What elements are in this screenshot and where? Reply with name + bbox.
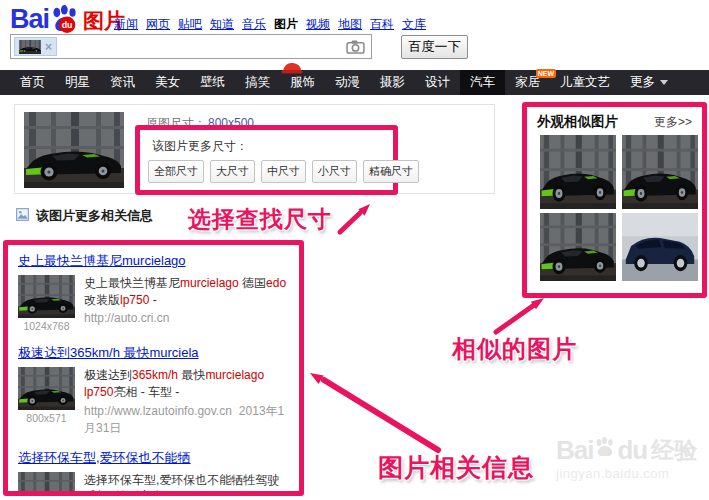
result-body: 800x571极速达到365km/h 最快murcielago lp750亮相 … bbox=[18, 367, 289, 437]
result-title-link[interactable]: 选择环保车型,爱环保也不能牺 bbox=[18, 449, 191, 467]
search-result-item: 选择环保车型,爱环保也不能牺553x399选择环保车型,爱环保也不能牺牲驾驶乐趣… bbox=[18, 447, 289, 496]
top-nav-link[interactable]: 文库 bbox=[402, 16, 426, 33]
highlighted-keyword: murcielago bbox=[180, 276, 239, 290]
related-results-highlight-box: 史上最快兰博基尼murcielago1024x768史上最快兰博基尼murcie… bbox=[3, 240, 304, 496]
top-nav-link[interactable]: 贴吧 bbox=[178, 16, 202, 33]
similar-image[interactable] bbox=[622, 135, 698, 209]
result-text-column: 史上最快兰博基尼murcielago 德国edo改装版lp750 - http:… bbox=[84, 275, 289, 332]
top-nav-link[interactable]: 音乐 bbox=[242, 16, 266, 33]
arrow-to-similar-panel bbox=[486, 290, 552, 338]
category-item[interactable]: 搞笑 bbox=[235, 70, 280, 95]
result-thumbnail-image[interactable] bbox=[18, 275, 75, 318]
chevron-down-icon bbox=[660, 80, 668, 85]
category-item-label: 美女 bbox=[155, 70, 180, 95]
category-item[interactable]: 动漫 bbox=[325, 70, 370, 95]
baidu-image-search-page: Bai du 图片 新闻网页贴吧知道音乐图片视频地图百科文库 × bbox=[0, 0, 709, 500]
category-item[interactable]: 更多 bbox=[620, 70, 678, 95]
top-nav-link[interactable]: 知道 bbox=[210, 16, 234, 33]
top-nav-link[interactable]: 百科 bbox=[370, 16, 394, 33]
result-title-link[interactable]: 极速达到365km/h 最快murciela bbox=[18, 344, 199, 362]
watermark-paw-icon bbox=[594, 437, 616, 463]
more-similar-link[interactable]: 更多>> bbox=[654, 114, 692, 131]
category-item[interactable]: 儿童文艺 bbox=[550, 70, 620, 95]
size-filter-button[interactable]: 大尺寸 bbox=[210, 160, 255, 183]
similar-image[interactable] bbox=[622, 213, 698, 281]
highlighted-keyword: murcielago bbox=[205, 368, 264, 382]
description-text: 亮相 - 车型 - bbox=[113, 385, 179, 399]
source-url: http://auto.cri.cn bbox=[84, 311, 169, 325]
result-body: 553x399选择环保车型,爱环保也不能牺牲驾驶乐趣- 搜狐车会http://s… bbox=[18, 472, 289, 496]
category-item-label: 资讯 bbox=[110, 70, 135, 95]
top-nav-link[interactable]: 网页 bbox=[146, 16, 170, 33]
result-thumbnail-image[interactable] bbox=[18, 472, 75, 496]
more-sizes-label: 该图片更多尺寸： bbox=[152, 138, 248, 155]
category-item[interactable]: 明星 bbox=[55, 70, 100, 95]
baidu-logo[interactable]: Bai du 图片 bbox=[10, 4, 125, 35]
category-item-label: 摄影 bbox=[380, 70, 405, 95]
top-nav-link-current[interactable]: 图片 bbox=[274, 16, 298, 33]
highlighted-keyword: lp750 bbox=[84, 385, 113, 399]
top-nav-link[interactable]: 视频 bbox=[306, 16, 330, 33]
watermark-du: du bbox=[617, 437, 647, 463]
watermark-bai: Bai bbox=[556, 437, 593, 463]
category-item-label: 汽车 bbox=[470, 70, 495, 95]
logo-text-bai: Bai bbox=[10, 4, 49, 35]
category-item[interactable]: 首页 bbox=[10, 70, 55, 95]
thumbnail-size-label: 1024x768 bbox=[18, 320, 75, 332]
result-text-column: 极速达到365km/h 最快murcielago lp750亮相 - 车型 -h… bbox=[84, 367, 289, 437]
highlighted-keyword: edo bbox=[266, 276, 286, 290]
category-item-label: 儿童文艺 bbox=[560, 70, 610, 95]
result-title-link[interactable]: 史上最快兰博基尼murcielago bbox=[18, 252, 186, 270]
watermark-url: jingyan.baidu.com bbox=[556, 466, 697, 481]
highlighted-keyword: 365km/h bbox=[132, 368, 178, 382]
category-item-selected[interactable]: 汽车 bbox=[460, 70, 505, 95]
category-item[interactable]: 设计 bbox=[415, 70, 460, 95]
image-search-input[interactable]: × bbox=[10, 34, 372, 59]
arrow-to-related-list bbox=[302, 366, 444, 458]
result-description: 极速达到365km/h 最快murcielago lp750亮相 - 车型 - bbox=[84, 367, 289, 401]
svg-text:du: du bbox=[62, 20, 73, 30]
result-thumbnail-column: 553x399 bbox=[18, 472, 75, 496]
description-text: - bbox=[149, 293, 156, 307]
result-text-column: 选择环保车型,爱环保也不能牺牲驾驶乐趣- 搜狐车会http://saa.auto… bbox=[84, 472, 289, 496]
size-filter-button[interactable]: 小尺寸 bbox=[312, 160, 357, 183]
result-source-url: http://www.lzautoinfo.gov.cn2013年1月31日 bbox=[84, 403, 289, 437]
category-item[interactable]: 美女 bbox=[145, 70, 190, 95]
source-url: http://www.lzautoinfo.gov.cn bbox=[84, 404, 232, 418]
annotation-select-size: 选择查找尺寸 bbox=[188, 204, 332, 235]
category-item[interactable]: 摄影 bbox=[370, 70, 415, 95]
size-filter-button[interactable]: 中尺寸 bbox=[261, 160, 306, 183]
remove-query-image-icon[interactable]: × bbox=[45, 41, 52, 53]
result-thumbnail-column: 800x571 bbox=[18, 367, 75, 437]
category-nav: 首页明星资讯美女壁纸搞笑服饰动漫摄影设计汽车家居NEW儿童文艺更多 bbox=[0, 70, 709, 95]
category-item[interactable]: 资讯 bbox=[100, 70, 145, 95]
baidu-paw-icon: du bbox=[50, 5, 80, 35]
top-nav: 新闻网页贴吧知道音乐图片视频地图百科文库 bbox=[114, 16, 426, 33]
description-text: 最快 bbox=[178, 368, 205, 382]
category-item[interactable]: 家居NEW bbox=[505, 70, 550, 95]
result-thumbnail-image[interactable] bbox=[18, 367, 75, 410]
search-button[interactable]: 百度一下 bbox=[401, 35, 468, 59]
watermark-suffix: 经验 bbox=[651, 438, 697, 463]
top-nav-link[interactable]: 地图 bbox=[338, 16, 362, 33]
result-thumbnail-column: 1024x768 bbox=[18, 275, 75, 332]
highlighted-keyword: lp750 bbox=[120, 293, 149, 307]
top-nav-link[interactable]: 新闻 bbox=[114, 16, 138, 33]
arrow-to-size-options bbox=[332, 196, 378, 238]
thumbnail-size-label: 800x571 bbox=[18, 412, 75, 424]
description-text: 改装版 bbox=[84, 293, 120, 307]
size-filter-button[interactable]: 精确尺寸 bbox=[363, 160, 419, 183]
red-hat-icon bbox=[280, 60, 304, 80]
similar-images-panel: 外观相似图片 更多>> bbox=[522, 102, 707, 298]
category-item-label: 更多 bbox=[630, 70, 655, 95]
size-options-highlight-box: 该图片更多尺寸： 全部尺寸大尺寸中尺寸小尺寸精确尺寸 bbox=[135, 125, 398, 195]
similar-images-grid bbox=[540, 135, 702, 281]
category-item[interactable]: 壁纸 bbox=[190, 70, 235, 95]
similar-image[interactable] bbox=[540, 135, 616, 209]
similar-image[interactable] bbox=[540, 213, 616, 281]
camera-icon[interactable] bbox=[346, 39, 365, 54]
watermark-logo: Bai du 经验 bbox=[556, 437, 697, 463]
size-filter-button[interactable]: 全部尺寸 bbox=[148, 160, 204, 183]
query-image-chip[interactable]: × bbox=[14, 37, 57, 56]
result-body: 1024x768史上最快兰博基尼murcielago 德国edo改装版lp750… bbox=[18, 275, 289, 332]
